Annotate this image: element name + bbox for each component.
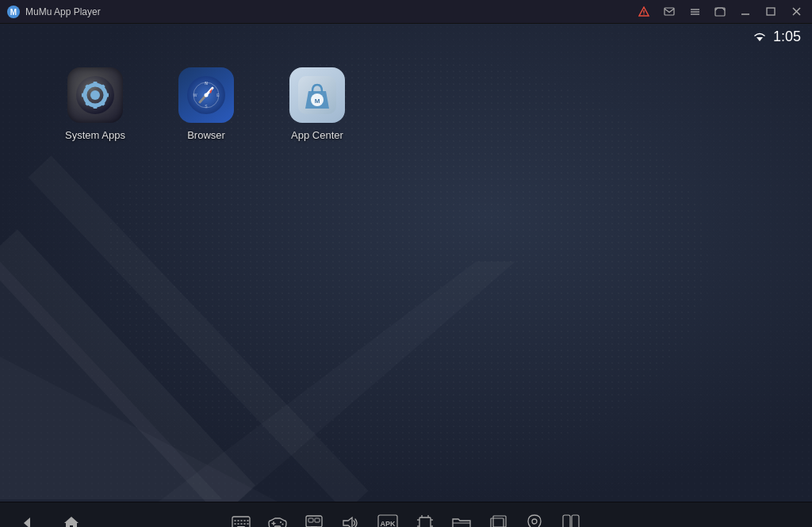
taskbar: APK [0, 502, 812, 527]
svg-text:M: M [10, 8, 17, 17]
app-item-browser[interactable]: N S W E Browser [174, 67, 238, 141]
app-item-app-center[interactable]: M App Center [285, 67, 349, 141]
svg-text:APK: APK [380, 520, 396, 528]
close-icon [792, 7, 801, 16]
svg-rect-30 [105, 94, 109, 97]
multiwindow-button[interactable] [560, 512, 582, 528]
svg-rect-5 [665, 8, 674, 15]
svg-text:M: M [315, 97, 320, 105]
app-item-system-apps[interactable]: System Apps [63, 67, 127, 141]
svg-point-65 [282, 523, 284, 525]
location-button[interactable] [523, 512, 546, 528]
screenshot-button[interactable] [709, 3, 731, 21]
minimize-icon [741, 8, 750, 16]
system-apps-label: System Apps [65, 129, 125, 141]
svg-marker-48 [24, 517, 30, 528]
app-grid: System Apps [63, 67, 349, 141]
screen-button[interactable] [303, 512, 325, 528]
system-apps-icon-wrapper [67, 67, 123, 123]
svg-point-86 [532, 519, 537, 524]
minimize-button[interactable] [734, 3, 756, 21]
volume-button[interactable] [339, 512, 362, 528]
svg-marker-23 [756, 37, 763, 41]
alert-button[interactable] [633, 3, 655, 21]
time-display: 1:05 [773, 29, 801, 45]
folder-icon [452, 515, 471, 528]
menu-icon [690, 8, 700, 16]
gamepad-icon [267, 515, 288, 528]
screen-icon [305, 515, 323, 528]
home-button[interactable] [60, 512, 82, 528]
svg-rect-11 [767, 8, 775, 15]
wifi-icon [753, 31, 767, 42]
svg-point-26 [90, 90, 100, 100]
taskbar-center: APK [230, 512, 582, 528]
browser-label: Browser [187, 129, 225, 141]
title-bar-left: M MuMu App Player [0, 5, 101, 19]
app-center-label: App Center [291, 129, 343, 141]
mail-button[interactable] [658, 3, 680, 21]
app-logo-icon: M [6, 5, 21, 19]
layers-button[interactable] [487, 512, 509, 528]
crop-button[interactable] [414, 512, 436, 528]
menu-button[interactable] [684, 3, 706, 21]
crop-icon [416, 514, 434, 528]
title-bar-controls [633, 3, 812, 21]
svg-rect-67 [308, 518, 313, 522]
title-bar: M MuMu App Player [0, 0, 812, 24]
apk-icon: APK [377, 514, 398, 528]
volume-icon [342, 515, 359, 528]
taskbar-left [16, 512, 82, 528]
app-title: MuMu App Player [25, 6, 101, 17]
multiwindow-icon [562, 514, 580, 528]
browser-icon: N S W E [186, 75, 226, 115]
system-apps-icon [75, 75, 115, 115]
back-button[interactable] [16, 512, 38, 528]
svg-rect-29 [82, 94, 86, 97]
layers-icon [489, 514, 507, 528]
status-bar: 1:05 [0, 24, 812, 49]
close-button[interactable] [785, 3, 807, 21]
svg-point-64 [280, 521, 282, 523]
keyboard-button[interactable] [230, 512, 252, 528]
svg-marker-49 [64, 517, 79, 528]
emulator-area: 1:05 [0, 24, 812, 502]
screenshot-icon [714, 7, 726, 17]
svg-rect-74 [419, 517, 431, 528]
svg-rect-27 [94, 82, 98, 86]
mail-icon [664, 7, 675, 16]
svg-rect-50 [232, 517, 250, 528]
folder-button[interactable] [450, 512, 473, 528]
svg-point-4 [643, 13, 644, 14]
svg-rect-87 [563, 515, 570, 528]
back-icon [18, 514, 36, 528]
location-icon [527, 514, 542, 528]
svg-text:W: W [193, 93, 197, 97]
svg-rect-68 [315, 518, 320, 522]
svg-rect-88 [572, 515, 579, 528]
keyboard-icon [232, 516, 251, 528]
svg-marker-71 [343, 517, 352, 528]
browser-icon-wrapper: N S W E [178, 67, 234, 123]
maximize-icon [766, 7, 776, 16]
maximize-button[interactable] [760, 3, 782, 21]
apk-button[interactable]: APK [376, 512, 400, 528]
gamepad-button[interactable] [266, 512, 289, 528]
svg-rect-28 [94, 105, 98, 109]
app-center-icon: M [297, 75, 337, 115]
home-icon [63, 514, 80, 528]
alert-icon [638, 6, 649, 17]
svg-point-40 [205, 94, 209, 97]
app-center-icon-wrapper: M [289, 67, 345, 123]
svg-text:N: N [205, 81, 208, 86]
